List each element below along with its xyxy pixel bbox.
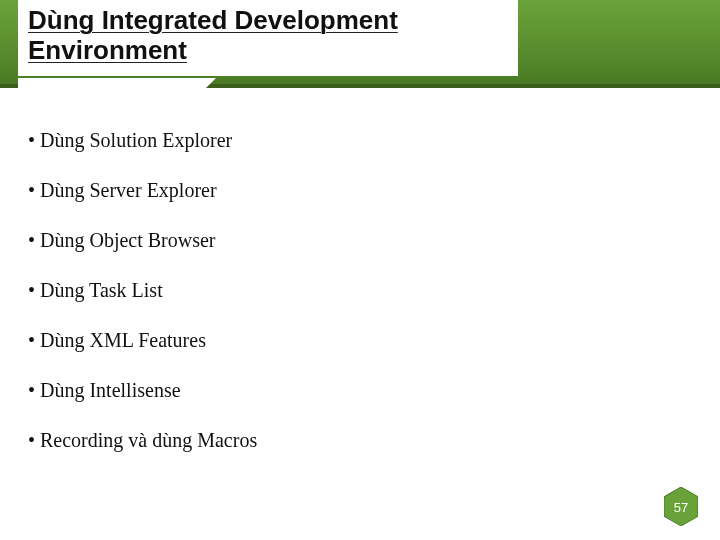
bullet-item: • Dùng Solution Explorer (28, 128, 692, 152)
title-box: Dùng Integrated Development Environment (18, 0, 518, 76)
bullet-item: • Dùng Intellisense (28, 378, 692, 402)
content-area: • Dùng Solution Explorer • Dùng Server E… (28, 128, 692, 478)
bullet-text: Dùng Task List (40, 279, 163, 301)
bullet-text: Dùng Object Browser (40, 229, 216, 251)
page-number: 57 (674, 499, 688, 514)
bullet-item: • Recording và dùng Macros (28, 428, 692, 452)
title-line-2: Environment (28, 35, 187, 65)
bullet-item: • Dùng Task List (28, 278, 692, 302)
hexagon-icon: 57 (664, 487, 698, 526)
title-tab-shape (18, 78, 188, 106)
bullet-text: Dùng Server Explorer (40, 179, 217, 201)
bullet-item: • Dùng Object Browser (28, 228, 692, 252)
bullet-item: • Dùng XML Features (28, 328, 692, 352)
bullet-text: Dùng XML Features (40, 329, 206, 351)
bullet-item: • Dùng Server Explorer (28, 178, 692, 202)
page-number-badge: 57 (664, 487, 698, 526)
title-line-1: Dùng Integrated Development (28, 5, 398, 35)
bullet-text: Recording và dùng Macros (40, 429, 257, 451)
slide-title: Dùng Integrated Development Environment (28, 6, 398, 66)
bullet-text: Dùng Solution Explorer (40, 129, 232, 151)
bullet-text: Dùng Intellisense (40, 379, 181, 401)
